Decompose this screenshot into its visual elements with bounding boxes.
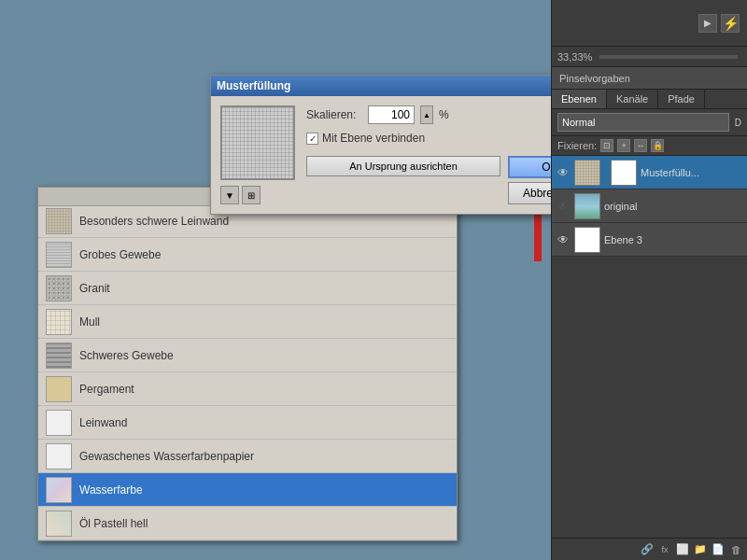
- fix-icon-4[interactable]: 🔒: [651, 139, 664, 152]
- musterfullung-dialog: Musterfüllung ✕ ▼ ⊞ Skalieren: ▲ % ✓ Mit…: [210, 75, 602, 215]
- link-icon[interactable]: 🔗: [640, 542, 655, 557]
- blend-mode-select[interactable]: Normal: [557, 113, 729, 132]
- pattern-item[interactable]: Wasserfarbe: [38, 473, 457, 507]
- layer-eye-3[interactable]: 👁: [556, 232, 571, 247]
- layer-thumb-1b: [611, 160, 637, 186]
- pattern-item[interactable]: Schweres Gewebe: [38, 339, 457, 372]
- new-layer-icon[interactable]: 📄: [711, 542, 726, 557]
- dialog-dropdown-btn[interactable]: ▼: [220, 186, 239, 204]
- pattern-thumb: [46, 208, 72, 234]
- layer-name-3: Ebene 3: [604, 234, 743, 245]
- pattern-thumb: [46, 343, 72, 369]
- panel-tabs: Ebenen Kanäle Pfade: [552, 90, 747, 109]
- pattern-item-name: Granit: [79, 282, 110, 295]
- right-toolbar: ▶ ⚡: [552, 0, 747, 47]
- layer-eye-1[interactable]: 👁: [556, 165, 571, 180]
- dialog-title: Musterfüllung: [217, 79, 290, 92]
- pattern-item-name: Leinwand: [79, 416, 127, 429]
- dialog-checkbox-row: ✓ Mit Ebene verbinden: [306, 132, 592, 145]
- pinsel-label: Pinselvorgaben: [559, 73, 630, 84]
- pattern-item[interactable]: Leinwand: [38, 406, 457, 440]
- layer-thumb-3: [574, 227, 600, 253]
- tab-kanale[interactable]: Kanäle: [607, 90, 658, 108]
- fx-icon[interactable]: fx: [657, 542, 672, 557]
- tab-ebenen[interactable]: Ebenen: [552, 90, 607, 108]
- pattern-item-name: Pergament: [79, 383, 134, 396]
- checkbox-label: Mit Ebene verbinden: [322, 132, 425, 145]
- layer-thumb-1: [574, 160, 600, 186]
- pattern-item[interactable]: Granit: [38, 272, 457, 305]
- mask-icon[interactable]: ⬜: [675, 542, 690, 557]
- pattern-item-name: Wasserfarbe: [79, 483, 143, 497]
- dialog-titlebar: Musterfüllung ✕: [211, 76, 601, 96]
- layer-item-ebene3[interactable]: 👁 Ebene 3: [552, 223, 747, 257]
- pattern-thumb: [46, 275, 72, 301]
- blend-mode-row: Normal D: [552, 109, 747, 136]
- delete-icon[interactable]: 🗑: [728, 542, 743, 557]
- pattern-thumb: [46, 443, 72, 469]
- pattern-item-name: Mull: [79, 315, 100, 329]
- pattern-thumb: [46, 511, 72, 537]
- pattern-scroll-area[interactable]: SackleinenBerberBesonders schwere Leinwa…: [38, 206, 457, 540]
- align-button[interactable]: An Ursprung ausrichten: [306, 156, 500, 176]
- pattern-thumb: [46, 309, 72, 335]
- pattern-item-name: Gewaschenes Wasserfarbenpapier: [79, 450, 254, 463]
- toolbar-icon-1[interactable]: ▶: [698, 14, 717, 33]
- fix-icon-1[interactable]: ⊡: [600, 139, 613, 152]
- pattern-item[interactable]: Mull: [38, 305, 457, 339]
- skalieren-input[interactable]: [368, 105, 415, 124]
- dialog-preview: [220, 105, 295, 180]
- skalieren-label: Skalieren:: [306, 108, 362, 121]
- dialog-right-panel: Skalieren: ▲ % ✓ Mit Ebene verbinden An …: [306, 105, 592, 204]
- dialog-skalieren-row: Skalieren: ▲ %: [306, 105, 592, 124]
- dialog-small-icon-btn[interactable]: ⊞: [242, 186, 261, 204]
- fixieren-label: Fixieren:: [557, 140, 597, 151]
- layer-name-2: original: [604, 201, 743, 212]
- percent-display: 33,33%: [557, 51, 592, 63]
- pattern-item[interactable]: Gewaschenes Wasserfarbenpapier: [38, 440, 457, 473]
- layer-eye-2[interactable]: 👁: [556, 199, 571, 214]
- dialog-body: ▼ ⊞ Skalieren: ▲ % ✓ Mit Ebene verbinden…: [211, 96, 601, 214]
- pattern-item-name: Grobes Gewebe: [79, 248, 161, 261]
- tab-pfade[interactable]: Pfade: [658, 90, 705, 108]
- layer-item-musterfullung[interactable]: 👁 Musterfüllu...: [552, 156, 747, 189]
- percent-label: %: [439, 108, 449, 121]
- percent-bar: 33,33%: [552, 47, 747, 67]
- fix-icon-3[interactable]: ↔: [634, 139, 647, 152]
- fix-icon-2[interactable]: +: [617, 139, 630, 152]
- dialog-preview-pattern: [222, 107, 293, 178]
- pattern-item[interactable]: Grobes Gewebe: [38, 238, 457, 272]
- pattern-thumb: [46, 376, 72, 402]
- pattern-item[interactable]: Pergament: [38, 372, 457, 406]
- layer-item-original[interactable]: 👁 original: [552, 189, 747, 223]
- dialog-left-panel: ▼ ⊞: [220, 105, 295, 204]
- pattern-item-name: Besonders schwere Leinwand: [79, 215, 229, 228]
- layer-name-1: Musterfüllu...: [641, 167, 743, 178]
- pattern-item-name: Schweres Gewebe: [79, 349, 174, 362]
- dialog-small-buttons: ▼ ⊞: [220, 186, 295, 204]
- toolbar-icon-usb[interactable]: ⚡: [721, 14, 740, 33]
- folder-icon[interactable]: 📁: [693, 542, 708, 557]
- pinsel-panel-title: Pinselvorgaben: [552, 67, 747, 90]
- panel-bottom: 🔗 fx ⬜ 📁 📄 🗑: [552, 538, 747, 560]
- pattern-item-name: Öl Pastell hell: [79, 517, 148, 530]
- skalieren-spin-btn[interactable]: ▲: [420, 105, 433, 124]
- pattern-thumb: [46, 410, 72, 436]
- fixieren-row: Fixieren: ⊡ + ↔ 🔒: [552, 136, 747, 156]
- pattern-list-panel: SackleinenBerberBesonders schwere Leinwa…: [37, 187, 458, 541]
- mit-ebene-checkbox[interactable]: ✓: [306, 133, 318, 145]
- right-panel: ▶ ⚡ 33,33% Pinselvorgaben Ebenen Kanäle …: [551, 0, 747, 560]
- pattern-item[interactable]: Öl Pastell hell: [38, 507, 457, 540]
- pattern-thumb: [46, 242, 72, 268]
- layer-thumb-2: [574, 193, 600, 219]
- pattern-thumb: [46, 477, 72, 503]
